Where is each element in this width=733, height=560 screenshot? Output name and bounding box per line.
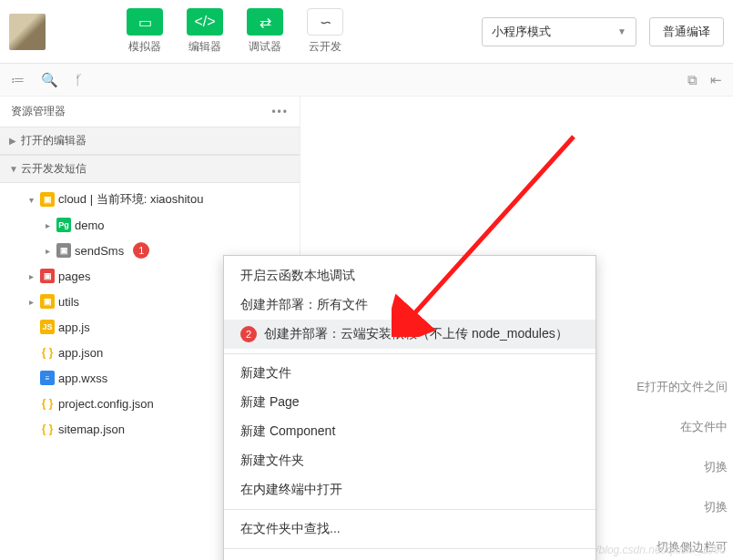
json-icon: { } — [40, 422, 55, 436]
tree-cloud-label: cloud | 当前环境: xiaoshitou — [58, 191, 203, 208]
chevron-right-icon: ▸ — [42, 246, 53, 256]
tool-group: ▭ 模拟器 </> 编辑器 ⇄ 调试器 ∽ 云开发 — [118, 8, 351, 55]
collapse-icon[interactable]: ⇤ — [710, 72, 722, 88]
device-icon: ▭ — [138, 14, 152, 31]
hint-line: E打开的文件之间 — [636, 379, 728, 395]
chevron-down-icon: ▼ — [617, 26, 626, 36]
simulator-label: 模拟器 — [128, 39, 161, 55]
tree-demo[interactable]: ▸ Pg demo — [0, 212, 300, 238]
tree-appwxss-label: app.wxss — [58, 372, 107, 385]
tree-pages-label: pages — [58, 270, 90, 283]
panel-icon[interactable]: ⧉ — [687, 72, 697, 88]
cloud-dev-button[interactable]: ∽ 云开发 — [299, 8, 351, 55]
ctx-new-page[interactable]: 新建 Page — [224, 388, 596, 417]
more-icon[interactable]: ••• — [271, 106, 289, 118]
chevron-right-icon: ▶ — [9, 136, 18, 146]
tree-projectconfig-label: project.config.json — [58, 397, 154, 411]
hint-line: 切换 — [704, 459, 728, 475]
badge-2: 2 — [240, 326, 257, 342]
editor-label: 编辑器 — [188, 39, 221, 55]
debug-icon: ⇄ — [260, 14, 271, 31]
mode-select-value: 小程序模式 — [492, 24, 551, 40]
separator — [224, 548, 596, 549]
tree-sendsms-label: sendSms — [75, 244, 124, 258]
tree-appjs-label: app.js — [58, 321, 90, 334]
hint-line: 在文件中 — [680, 419, 728, 435]
folder-red-icon: ▣ — [40, 269, 55, 283]
chevron-right-icon: ▸ — [25, 271, 36, 281]
folder-grey-icon: ▣ — [56, 243, 71, 258]
debugger-label: 调试器 — [249, 39, 281, 55]
cloud-dev-label: 云开发 — [309, 39, 341, 55]
tree-cloud[interactable]: ▾ ▣ cloud | 当前环境: xiaoshitou — [0, 187, 300, 212]
chevron-right-icon: ▸ — [42, 220, 53, 230]
mode-select[interactable]: 小程序模式 ▼ — [482, 17, 636, 46]
tree-utils-label: utils — [58, 295, 79, 309]
panel-head: 资源管理器 ••• — [0, 97, 300, 127]
folder-cloud-icon: ▣ — [40, 192, 55, 207]
tree-demo-label: demo — [75, 219, 105, 232]
folder-orange-icon: ▣ — [40, 294, 55, 309]
ctx-local-debug[interactable]: 开启云函数本地调试 — [224, 261, 596, 290]
separator — [224, 509, 596, 510]
ctx-new-folder[interactable]: 新建文件夹 — [224, 446, 596, 475]
separator — [224, 353, 596, 354]
ctx-deploy-cloud-deps[interactable]: 2 创建并部署：云端安装依赖（不上传 node_modules） — [224, 320, 596, 349]
cloud-icon: ∽ — [320, 14, 331, 31]
badge-1: 1 — [133, 242, 149, 259]
branch-icon[interactable]: ᚶ — [75, 72, 83, 87]
chevron-right-icon: ▸ — [25, 297, 36, 307]
tree-appjson-label: app.json — [58, 346, 103, 360]
js-icon: JS — [40, 320, 55, 334]
panel-title: 资源管理器 — [11, 104, 66, 119]
wxss-icon: ≡ — [40, 371, 55, 385]
section-project-label: 云开发发短信 — [21, 162, 87, 175]
simulator-button[interactable]: ▭ 模拟器 — [118, 8, 171, 55]
json-icon: { } — [40, 396, 55, 411]
ctx-new-component[interactable]: 新建 Component — [224, 417, 596, 446]
ctx-new-file[interactable]: 新建文件 — [224, 359, 596, 388]
ctx-find-in-folder[interactable]: 在文件夹中查找... — [224, 514, 596, 544]
ctx-cut[interactable]: 剪切 [Ctrl+X] — [224, 554, 596, 560]
context-menu: 开启云函数本地调试 创建并部署：所有文件 2 创建并部署：云端安装依赖（不上传 … — [223, 255, 596, 560]
chevron-down-icon: ▼ — [9, 164, 18, 174]
tree-sitemap-label: sitemap.json — [58, 423, 125, 436]
shortcut-hints: E打开的文件之间 在文件中 切换 切换 切换侧边栏可 — [636, 379, 728, 555]
section-project[interactable]: ▼ 云开发发短信 — [0, 155, 300, 183]
folder-green-icon: Pg — [56, 218, 71, 232]
search-icon[interactable]: 🔍 — [41, 72, 58, 88]
compile-button[interactable]: 普通编译 — [649, 17, 724, 46]
section-open-label: 打开的编辑器 — [21, 134, 87, 147]
ctx-deploy-all[interactable]: 创建并部署：所有文件 — [224, 290, 596, 320]
code-icon: </> — [194, 14, 215, 30]
debugger-button[interactable]: ⇄ 调试器 — [239, 8, 291, 55]
list-icon[interactable]: ≔ — [11, 72, 25, 88]
avatar — [9, 14, 46, 50]
ctx-open-terminal[interactable]: 在内建终端中打开 — [224, 475, 596, 504]
compile-label: 普通编译 — [663, 24, 710, 40]
editor-button[interactable]: </> 编辑器 — [178, 8, 231, 55]
app-header: ▭ 模拟器 </> 编辑器 ⇄ 调试器 ∽ 云开发 小程序模式 ▼ 普通编译 — [0, 0, 733, 64]
sidebar-toolbar: ≔ 🔍 ᚶ ⧉ ⇤ — [0, 64, 733, 97]
json-icon: { } — [40, 345, 55, 360]
section-open-editors[interactable]: ▶ 打开的编辑器 — [0, 127, 300, 155]
hint-line: 切换 — [704, 499, 728, 515]
chevron-down-icon: ▾ — [25, 195, 36, 205]
